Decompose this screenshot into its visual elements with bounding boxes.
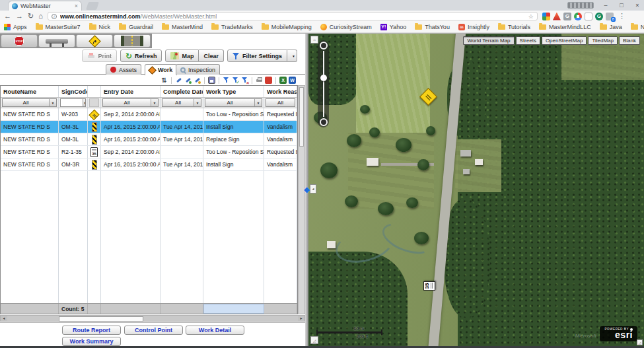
extension-icon-1[interactable] [542, 13, 550, 20]
bookmark-star-icon[interactable]: ☆ [528, 13, 534, 20]
zoom-in-button[interactable] [320, 42, 328, 50]
filter-settings-button[interactable]: Filter Settings [227, 50, 287, 62]
extension-icon-4[interactable] [574, 13, 582, 20]
bookmark-apps[interactable]: Apps [4, 24, 27, 30]
scrollbar-thumb[interactable] [59, 316, 143, 322]
extension-icon-7[interactable]: 8 [606, 13, 614, 20]
scroll-left-icon[interactable]: ◄ [1, 316, 7, 321]
bookmark-item[interactable]: Y!Yahoo [380, 24, 406, 30]
browser-menu-icon[interactable]: ⋮ [618, 12, 626, 20]
filter-routename[interactable]: All▼ [2, 98, 57, 107]
extension-icon-5[interactable] [585, 13, 592, 20]
column-header-work-reason[interactable]: Work Reason [264, 86, 297, 97]
print-button[interactable]: Print [82, 50, 117, 62]
basemap-world-terrain[interactable]: World Terrain Map [463, 36, 514, 45]
window-minimize-button[interactable]: – [602, 1, 610, 10]
bookmark-item[interactable]: Guardrail [119, 24, 153, 30]
table-row[interactable]: NEW STATE RD S R2-1-35 35 Sep 2, 2014 2:… [1, 146, 297, 158]
work-summary-button[interactable]: Work Summary [62, 337, 121, 346]
bookmark-item[interactable]: Tutorials [498, 24, 530, 30]
column-header-signcode[interactable]: SignCode [59, 86, 88, 97]
forward-icon[interactable]: → [16, 12, 23, 20]
zoom-slider-thumb[interactable] [320, 75, 327, 81]
bookmark-item[interactable]: Java [600, 24, 622, 30]
extension-icon-6[interactable]: G [595, 13, 603, 20]
tab-assets[interactable]: Assets [106, 64, 141, 75]
tools-icon[interactable] [175, 77, 182, 84]
bookmark-item[interactable]: NickEXTRA [631, 24, 644, 30]
table-row[interactable]: NEW STATE RD S OM-3R Apr 16, 2015 2:00:0… [1, 158, 297, 171]
bookmark-item[interactable]: MasterMindLLC [539, 24, 591, 30]
clear-button[interactable]: Clear [199, 50, 224, 62]
column-header-icon[interactable] [88, 86, 101, 97]
save-layout-icon[interactable] [208, 77, 215, 84]
map-corner-resize-icon[interactable]: ◿ [637, 339, 643, 345]
page-info-icon[interactable]: i [52, 14, 57, 19]
basemap-tiledmap[interactable]: TiledMap [588, 36, 618, 45]
back-icon[interactable]: ← [4, 12, 11, 20]
home-icon[interactable]: ⌂ [38, 12, 43, 20]
column-header-entry-date[interactable]: Entry Date [101, 86, 161, 97]
sort-icon[interactable]: ⇅ [161, 77, 168, 84]
tab-close-icon[interactable]: × [75, 3, 78, 9]
scroll-right-icon[interactable]: ► [298, 316, 304, 321]
column-header-routename[interactable]: RouteName [1, 86, 59, 97]
filter-work-type[interactable]: All▼ [205, 98, 262, 107]
print-grid-icon[interactable] [256, 77, 263, 84]
work-detail-button[interactable]: Work Detail [186, 326, 244, 335]
reload-icon[interactable]: ↻ [28, 12, 34, 20]
map-zoom-slider[interactable] [318, 40, 329, 127]
refresh-button[interactable]: ↻Refresh [120, 50, 162, 62]
bookmark-item[interactable]: ThatsYou [415, 24, 450, 30]
browser-tab[interactable]: WebMaster × [8, 1, 82, 11]
map-home-extent-icon[interactable]: ⌂ [310, 36, 318, 44]
extension-icon-2[interactable] [553, 13, 561, 20]
filter-complete-date[interactable]: All▼ [162, 98, 201, 107]
basemap-blank[interactable]: Blank [619, 36, 640, 45]
tools-add-icon[interactable] [184, 77, 192, 84]
table-row-selected[interactable]: NEW STATE RD S OM-3L Apr 16, 2015 2:00:0… [1, 121, 297, 133]
collapse-panel-button[interactable]: ◄ [310, 184, 316, 193]
sign-type-guardrail-tile[interactable] [38, 34, 75, 48]
filter-entry-date[interactable]: All▼ [102, 98, 159, 107]
bookmark-item[interactable]: TradeMarks [211, 24, 253, 30]
scrollbar-thumb[interactable] [299, 87, 304, 147]
table-row[interactable]: NEW STATE RD S W-203 Sep 2, 2014 2:00:00… [1, 108, 297, 121]
table-row[interactable]: NEW STATE RD S OM-3L Apr 16, 2015 2:00:0… [1, 133, 297, 146]
zoom-slider-track[interactable] [323, 51, 324, 117]
basemap-openstreetmap[interactable]: OpenStreetMap [542, 36, 587, 45]
bookmark-item[interactable]: inInsightly [458, 24, 489, 30]
basemap-streets[interactable]: Streets [516, 36, 540, 45]
sign-type-stop-tile[interactable]: STOP [1, 34, 38, 48]
horizontal-scrollbar[interactable]: ◄ ► [0, 315, 305, 322]
window-maximize-button[interactable]: □ [618, 1, 626, 10]
bookmark-item[interactable]: MasterSuite7 [36, 24, 81, 30]
tab-work[interactable]: Work [145, 64, 177, 75]
tools-config-icon[interactable] [194, 77, 201, 84]
bookmark-item[interactable]: MasterMind [162, 24, 203, 30]
export-word-icon[interactable]: W [289, 77, 296, 84]
filter-settings-dropdown[interactable]: ▼ [287, 50, 297, 62]
extension-icon-3[interactable]: G [563, 13, 571, 20]
map-button[interactable]: Map [165, 50, 199, 62]
map-marker-speed-limit-sign[interactable]: 35 [423, 281, 435, 291]
vertical-scrollbar[interactable] [298, 85, 305, 314]
sign-type-road-tile[interactable] [114, 34, 151, 48]
filter-apply-icon[interactable]: ✓ [232, 77, 239, 84]
control-point-button[interactable]: Control Point [124, 326, 183, 335]
filter-signcode[interactable]: [None]...▼ [60, 98, 86, 107]
bookmark-item[interactable]: CuriosityStream [320, 24, 372, 30]
export-pdf-icon[interactable] [265, 77, 272, 84]
tab-inspection[interactable]: Inspection [176, 64, 220, 75]
filter-work-reason[interactable]: All [266, 98, 295, 107]
filter-icon[interactable] [223, 77, 230, 84]
sign-type-warning-tile[interactable] [76, 34, 113, 48]
map-panel[interactable]: World Terrain Map Streets OpenStreetMap … [308, 34, 644, 347]
address-bar[interactable]: i www.onlinemastermind.com/WebMaster/Web… [48, 12, 538, 20]
bookmark-item[interactable]: MobileMapping [262, 24, 312, 30]
export-excel-icon[interactable]: X [279, 77, 287, 84]
column-header-work-type[interactable]: Work Type [203, 86, 264, 97]
bookmark-item[interactable]: Nick [89, 24, 111, 30]
window-close-button[interactable]: × [633, 1, 641, 10]
filter-clear-icon[interactable]: × [241, 77, 248, 84]
